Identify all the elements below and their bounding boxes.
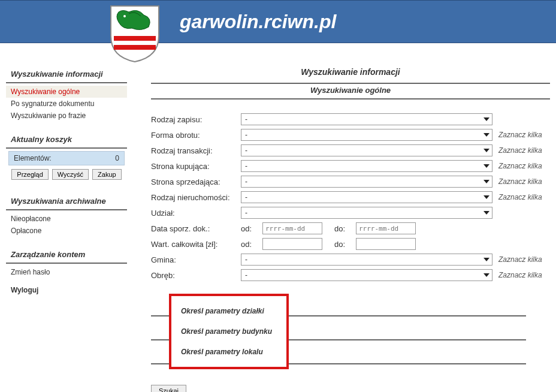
sidebar-item-by-signature[interactable]: Po sygnaturze dokumentu: [6, 98, 127, 110]
search-button[interactable]: Szukaj: [151, 385, 186, 392]
main-content: Wyszukiwanie informacji Wyszukiwanie ogó…: [133, 67, 550, 392]
site-title: garwolin.rciwn.pl: [180, 11, 336, 33]
chevron-down-icon: [484, 149, 489, 152]
label-rodzaj-zapisu: Rodzaj zapisu:: [151, 115, 241, 124]
multi-select-link[interactable]: Zaznacz kilka: [492, 162, 542, 170]
multi-select-link[interactable]: Zaznacz kilka: [492, 177, 542, 186]
sidebar-item-paid[interactable]: Opłacone: [6, 225, 127, 237]
select-strona-sprzedajaca[interactable]: -: [241, 176, 492, 188]
select-rodzaj-nieruchomosci[interactable]: -: [241, 191, 492, 203]
main-subtitle: Wyszukiwanie ogólne: [151, 83, 550, 99]
input-value-to[interactable]: [356, 238, 416, 250]
sidebar-heading-account: Zarządzanie kontem: [6, 248, 127, 264]
param-highlight-box: Określ parametry działki Określ parametr…: [169, 294, 289, 369]
sidebar-item-logout[interactable]: Wyloguj: [6, 284, 127, 296]
svg-rect-1: [114, 36, 156, 41]
chevron-down-icon: [484, 211, 489, 215]
label-rodzaj-nieruchomosci: Rodzaj nieruchomości:: [151, 193, 241, 202]
multi-select-link[interactable]: Zaznacz kilka: [492, 255, 542, 264]
buy-button[interactable]: Zakup: [92, 169, 122, 180]
sidebar-heading-archive: Wyszukiwania archiwalne: [6, 194, 127, 210]
sidebar: Wyszukiwanie informacji Wyszukiwanie ogó…: [6, 67, 133, 392]
label-data-sporz: Data sporz. dok.:: [151, 224, 241, 233]
label-forma-obrotu: Forma obrotu:: [151, 131, 241, 140]
sidebar-item-unpaid[interactable]: Nieopłacone: [6, 213, 127, 225]
label-gmina: Gmina:: [151, 255, 241, 264]
select-forma-obrotu[interactable]: -: [241, 129, 492, 141]
select-rodzaj-zapisu[interactable]: -: [241, 113, 492, 125]
multi-select-link[interactable]: Zaznacz kilka: [492, 193, 542, 201]
multi-select-link[interactable]: Zaznacz kilka: [492, 131, 542, 139]
coat-of-arms-logo: [108, 3, 162, 63]
chevron-down-icon: [484, 133, 489, 137]
clear-button[interactable]: Wyczyść: [52, 169, 89, 180]
label-do: do:: [334, 224, 356, 233]
label-wart-calkowita: Wart. całkowita [zł]:: [151, 240, 241, 249]
select-obreb[interactable]: -: [241, 269, 492, 281]
svg-point-0: [123, 15, 126, 17]
input-date-from[interactable]: [262, 222, 322, 234]
sidebar-heading-search: Wyszukiwanie informacji: [6, 67, 127, 83]
label-do: do:: [334, 240, 356, 249]
chevron-down-icon: [484, 180, 489, 183]
input-value-from[interactable]: [262, 238, 322, 250]
select-strona-kupujaca[interactable]: -: [241, 160, 492, 172]
param-dzialki[interactable]: Określ parametry działki: [171, 301, 286, 321]
svg-rect-2: [114, 45, 156, 50]
sidebar-item-general-search[interactable]: Wyszukiwanie ogólne: [6, 86, 127, 98]
param-lokalu[interactable]: Określ parametry lokalu: [171, 342, 286, 362]
chevron-down-icon: [484, 164, 489, 168]
basket-count-row: Elementów: 0: [8, 151, 125, 165]
chevron-down-icon: [484, 195, 489, 199]
basket-count-label: Elementów:: [14, 154, 52, 162]
label-od: od:: [241, 240, 262, 249]
label-od: od:: [241, 224, 262, 233]
input-date-to[interactable]: [356, 222, 416, 234]
label-rodzaj-transakcji: Rodzaj transakcji:: [151, 146, 241, 155]
label-strona-kupujaca: Strona kupująca:: [151, 162, 241, 171]
header-bar: garwolin.rciwn.pl: [0, 0, 556, 43]
sidebar-heading-basket: Aktualny koszyk: [6, 132, 127, 149]
chevron-down-icon: [484, 117, 489, 121]
select-gmina[interactable]: -: [241, 254, 492, 266]
label-obreb: Obręb:: [151, 271, 241, 280]
sidebar-item-change-password[interactable]: Zmień hasło: [6, 266, 127, 278]
main-title: Wyszukiwanie informacji: [151, 67, 550, 83]
basket-count-value: 0: [115, 154, 119, 162]
preview-button[interactable]: Przegląd: [11, 169, 48, 180]
label-udzial: Udział:: [151, 209, 241, 218]
param-budynku[interactable]: Określ parametry budynku: [171, 321, 286, 342]
sidebar-item-by-phrase[interactable]: Wyszukiwanie po frazie: [6, 110, 127, 122]
multi-select-link[interactable]: Zaznacz kilka: [492, 271, 542, 279]
chevron-down-icon: [484, 258, 489, 261]
select-rodzaj-transakcji[interactable]: -: [241, 144, 492, 156]
chevron-down-icon: [484, 273, 489, 277]
label-strona-sprzedajaca: Strona sprzedająca:: [151, 177, 241, 186]
multi-select-link[interactable]: Zaznacz kilka: [492, 146, 542, 155]
select-udzial[interactable]: -: [241, 207, 492, 219]
